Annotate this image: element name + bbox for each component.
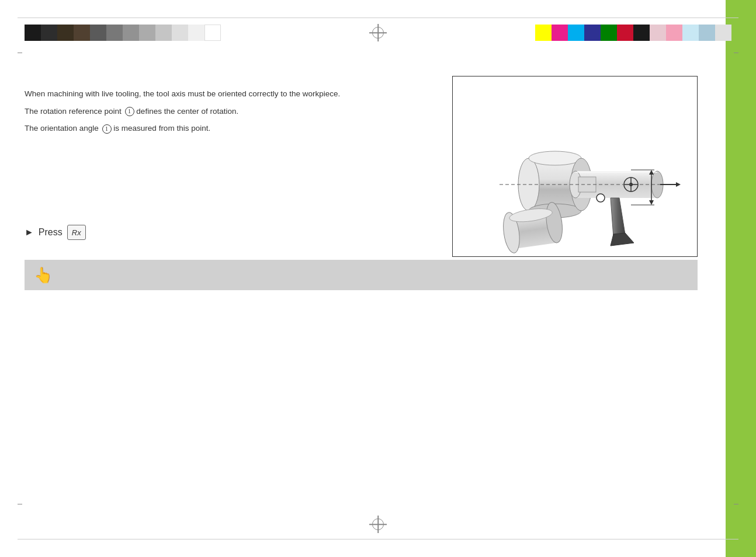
margin-tick-left-bot [18,504,22,504]
green-sidebar [726,0,756,557]
color-swatch-medgray2 [123,25,139,41]
color-bar-left [25,25,221,41]
circle-num-1a: 1 [125,107,134,116]
color-bar-right [535,25,731,41]
color-swatch-yellow [535,25,552,41]
circle-num-1b: 1 [102,124,112,134]
color-swatch-blue [584,25,601,41]
press-instruction: ► Press Rx [25,225,86,240]
color-swatch-red [617,25,633,41]
svg-point-3 [529,151,581,165]
rx-key-button[interactable]: Rx [67,225,86,240]
margin-tick-right-bot [734,504,738,504]
border-top [18,18,738,18]
rx-key-label: Rx [72,228,81,237]
color-swatch-lightgray1 [139,25,155,41]
color-swatch-pink [666,25,682,41]
diagram-inner [453,76,697,256]
press-label: Press [39,227,63,238]
color-swatch-medgray1 [106,25,123,41]
body-text-line1: When machining with live tooling, the to… [25,88,363,100]
color-swatch-vlightgray [172,25,188,41]
color-swatch-grayend [715,25,731,41]
color-swatch-darkgray [90,25,106,41]
color-swatch-magenta [552,25,568,41]
color-swatch-nearwhite [188,25,204,41]
margin-tick-right-top [734,53,738,53]
content-area: When machining with live tooling, the to… [25,76,698,481]
color-swatch-cyan [568,25,584,41]
color-swatch-keyblack [633,25,650,41]
color-swatch-black1 [25,25,41,41]
info-box: 👆 [25,260,698,290]
color-swatch-green [601,25,617,41]
reg-mark-bottom [372,518,384,530]
color-swatch-white [204,25,221,41]
hand-icon: 👆 [34,266,53,284]
arrow-icon: ► [25,227,34,238]
color-swatch-black2 [41,25,57,41]
body-text-line3: The orientation angle 1 is measured from… [25,122,363,135]
color-swatch-medcyan [699,25,715,41]
reg-mark-top [372,27,384,39]
color-swatch-brown [74,25,90,41]
color-swatch-lightcyan [682,25,699,41]
diagram-box [452,76,698,257]
color-swatch-darkbrown [57,25,74,41]
body-text: When machining with live tooling, the to… [25,88,363,140]
svg-point-21 [597,194,605,202]
margin-tick-left-top [18,53,22,53]
color-swatch-lightpink [650,25,666,41]
color-swatch-lightgray2 [155,25,172,41]
body-text-line2: The rotation reference point 1 defines t… [25,105,363,118]
diagram-svg [453,76,698,257]
pivot-point [597,194,605,202]
border-bottom [18,539,738,539]
